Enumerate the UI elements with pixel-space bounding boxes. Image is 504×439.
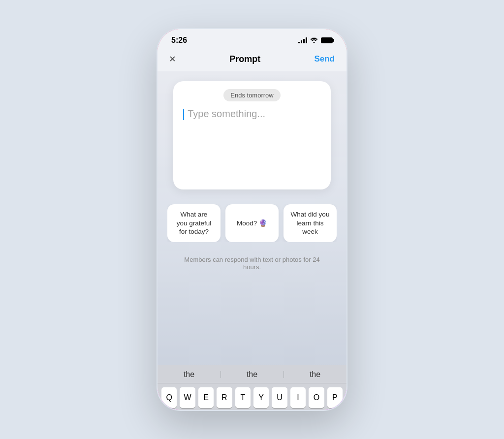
close-button[interactable]: × — [169, 53, 176, 65]
key-T[interactable]: T — [235, 387, 251, 408]
status-bar: 5:26 — [158, 29, 346, 49]
key-P[interactable]: P — [327, 387, 343, 408]
keyboard-row-1: QWERTYUIOP — [158, 383, 346, 410]
suggestion-chip-3[interactable]: What did you learn this week — [284, 204, 337, 242]
key-Q[interactable]: Q — [161, 387, 177, 408]
keyboard-suggestion-1[interactable]: the — [158, 370, 220, 379]
footer-note: Members can respond with text or photos … — [167, 256, 337, 271]
prompt-card: Ends tomorrow Type something... — [173, 81, 331, 189]
keyboard-suggestion-3[interactable]: the — [284, 370, 346, 379]
placeholder-text: Type something... — [188, 108, 265, 119]
suggestion-chip-2[interactable]: Mood? 🔮 — [225, 204, 279, 242]
main-content: Ends tomorrow Type something... What are… — [158, 71, 346, 365]
key-R[interactable]: R — [217, 387, 232, 408]
send-button[interactable]: Send — [314, 54, 335, 64]
ends-badge: Ends tomorrow — [223, 89, 280, 101]
keyboard-suggestion-2[interactable]: the — [220, 370, 284, 379]
text-cursor — [183, 109, 184, 120]
suggestions-row: What are you grateful for today? Mood? 🔮… — [167, 204, 337, 242]
suggestion-chip-1[interactable]: What are you grateful for today? — [167, 204, 220, 242]
key-Y[interactable]: Y — [253, 387, 269, 408]
key-W[interactable]: W — [180, 387, 195, 408]
signal-icon — [298, 37, 307, 43]
phone-inner: 5:26 — [158, 29, 346, 410]
keyboard-area: the the the QWERTYUIOP — [158, 365, 346, 410]
status-time: 5:26 — [171, 36, 187, 45]
type-input-area[interactable]: Type something... — [183, 108, 265, 120]
phone-frame: 5:26 — [156, 28, 348, 411]
key-I[interactable]: I — [290, 387, 306, 408]
keyboard-suggestions: the the the — [158, 365, 346, 383]
battery-icon — [321, 37, 333, 43]
page-title: Prompt — [229, 54, 260, 64]
nav-bar: × Prompt Send — [158, 49, 346, 71]
key-E[interactable]: E — [198, 387, 214, 408]
key-U[interactable]: U — [272, 387, 287, 408]
key-O[interactable]: O — [309, 387, 324, 408]
status-icons — [298, 37, 333, 44]
wifi-icon — [310, 37, 318, 44]
